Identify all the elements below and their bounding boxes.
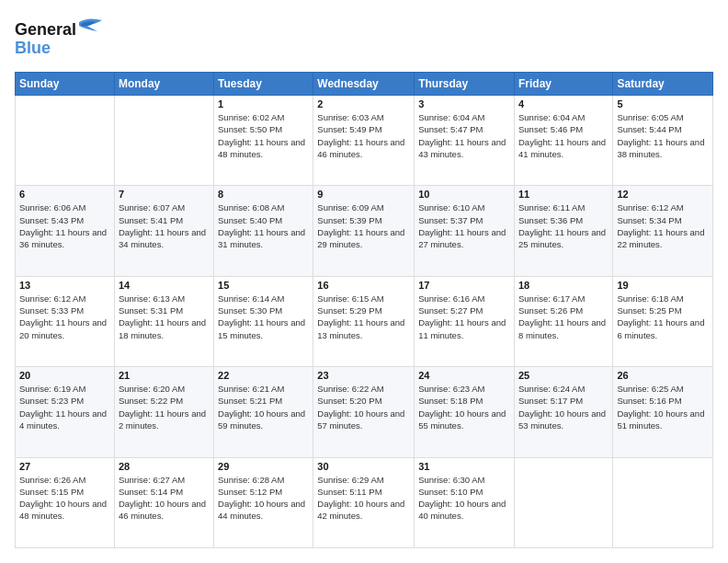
sunrise-text: Sunrise: 6:05 AM — [617, 112, 683, 122]
day-info: Sunrise: 6:27 AMSunset: 5:14 PMDaylight:… — [119, 474, 210, 523]
sunset-text: Sunset: 5:21 PM — [218, 396, 282, 406]
sunset-text: Sunset: 5:34 PM — [617, 215, 681, 225]
sunrise-text: Sunrise: 6:12 AM — [19, 293, 85, 304]
week-row-2: 6Sunrise: 6:06 AMSunset: 5:43 PMDaylight… — [16, 186, 713, 276]
sunrise-text: Sunrise: 6:23 AM — [418, 384, 484, 394]
day-info: Sunrise: 6:12 AMSunset: 5:33 PMDaylight:… — [19, 293, 110, 341]
sunset-text: Sunset: 5:41 PM — [119, 215, 183, 225]
daylight-text: Daylight: 10 hours and 53 minutes. — [518, 408, 606, 431]
daylight-text: Daylight: 11 hours and 27 minutes. — [418, 227, 506, 249]
week-row-4: 20Sunrise: 6:19 AMSunset: 5:23 PMDayligh… — [16, 367, 713, 457]
calendar-cell: 22Sunrise: 6:21 AMSunset: 5:21 PMDayligh… — [214, 367, 313, 457]
day-info: Sunrise: 6:06 AMSunset: 5:43 PMDaylight:… — [19, 201, 110, 250]
week-row-1: 1Sunrise: 6:02 AMSunset: 5:50 PMDaylight… — [16, 96, 713, 186]
calendar-cell: 6Sunrise: 6:06 AMSunset: 5:43 PMDaylight… — [16, 186, 115, 276]
calendar-cell: 31Sunrise: 6:30 AMSunset: 5:10 PMDayligh… — [415, 457, 515, 547]
sunset-text: Sunset: 5:12 PM — [218, 487, 282, 497]
calendar-cell: 28Sunrise: 6:27 AMSunset: 5:14 PMDayligh… — [114, 457, 213, 547]
sunset-text: Sunset: 5:15 PM — [19, 487, 84, 497]
day-info: Sunrise: 6:23 AMSunset: 5:18 PMDaylight:… — [418, 383, 510, 431]
daylight-text: Daylight: 11 hours and 11 minutes. — [418, 317, 506, 339]
calendar-cell: 5Sunrise: 6:05 AMSunset: 5:44 PMDaylight… — [613, 96, 713, 186]
weekday-header-saturday: Saturday — [613, 73, 713, 96]
day-info: Sunrise: 6:20 AMSunset: 5:22 PMDaylight:… — [119, 383, 210, 431]
day-number: 9 — [317, 189, 410, 200]
sunset-text: Sunset: 5:23 PM — [19, 396, 84, 406]
calendar-cell — [514, 457, 612, 547]
week-row-5: 27Sunrise: 6:26 AMSunset: 5:15 PMDayligh… — [16, 457, 713, 547]
calendar-cell — [114, 96, 213, 186]
calendar-cell: 14Sunrise: 6:13 AMSunset: 5:31 PMDayligh… — [114, 276, 213, 366]
day-number: 17 — [418, 280, 510, 291]
day-info: Sunrise: 6:14 AMSunset: 5:30 PMDaylight:… — [218, 293, 309, 341]
weekday-header-friday: Friday — [514, 73, 612, 96]
daylight-text: Daylight: 11 hours and 22 minutes. — [617, 227, 704, 249]
daylight-text: Daylight: 11 hours and 31 minutes. — [218, 227, 305, 249]
day-number: 27 — [19, 461, 110, 472]
weekday-header-wednesday: Wednesday — [313, 73, 415, 96]
calendar-cell: 20Sunrise: 6:19 AMSunset: 5:23 PMDayligh… — [16, 367, 115, 457]
day-info: Sunrise: 6:08 AMSunset: 5:40 PMDaylight:… — [218, 201, 309, 250]
daylight-text: Daylight: 11 hours and 13 minutes. — [317, 317, 404, 339]
sunset-text: Sunset: 5:50 PM — [218, 124, 282, 134]
daylight-text: Daylight: 11 hours and 46 minutes. — [317, 137, 404, 159]
day-number: 26 — [617, 370, 709, 381]
calendar-cell: 16Sunrise: 6:15 AMSunset: 5:29 PMDayligh… — [313, 276, 415, 366]
sunset-text: Sunset: 5:11 PM — [317, 487, 381, 497]
calendar-cell: 13Sunrise: 6:12 AMSunset: 5:33 PMDayligh… — [16, 276, 115, 366]
daylight-text: Daylight: 10 hours and 55 minutes. — [418, 408, 506, 431]
sunset-text: Sunset: 5:46 PM — [518, 124, 583, 134]
day-info: Sunrise: 6:29 AMSunset: 5:11 PMDaylight:… — [317, 474, 410, 523]
day-number: 5 — [617, 98, 709, 109]
daylight-text: Daylight: 10 hours and 40 minutes. — [418, 499, 506, 521]
sunrise-text: Sunrise: 6:02 AM — [218, 112, 284, 122]
sunset-text: Sunset: 5:16 PM — [617, 396, 681, 406]
calendar-cell: 10Sunrise: 6:10 AMSunset: 5:37 PMDayligh… — [415, 186, 515, 276]
daylight-text: Daylight: 11 hours and 43 minutes. — [418, 137, 506, 159]
calendar-cell: 21Sunrise: 6:20 AMSunset: 5:22 PMDayligh… — [114, 367, 213, 457]
sunrise-text: Sunrise: 6:06 AM — [19, 202, 85, 213]
day-number: 19 — [617, 280, 709, 291]
sunset-text: Sunset: 5:33 PM — [19, 305, 84, 316]
day-info: Sunrise: 6:09 AMSunset: 5:39 PMDaylight:… — [317, 201, 410, 250]
logo-block: General Blue — [15, 15, 116, 63]
calendar-table: SundayMondayTuesdayWednesdayThursdayFrid… — [15, 72, 713, 548]
daylight-text: Daylight: 10 hours and 59 minutes. — [218, 408, 305, 431]
calendar-cell: 24Sunrise: 6:23 AMSunset: 5:18 PMDayligh… — [415, 367, 515, 457]
sunrise-text: Sunrise: 6:22 AM — [317, 384, 383, 394]
day-number: 7 — [119, 189, 210, 200]
day-number: 12 — [617, 189, 709, 200]
weekday-header-thursday: Thursday — [415, 73, 515, 96]
daylight-text: Daylight: 11 hours and 2 minutes. — [119, 408, 206, 431]
sunset-text: Sunset: 5:26 PM — [518, 305, 583, 316]
day-info: Sunrise: 6:11 AMSunset: 5:36 PMDaylight:… — [518, 201, 609, 250]
daylight-text: Daylight: 11 hours and 34 minutes. — [119, 227, 206, 249]
sunrise-text: Sunrise: 6:19 AM — [19, 384, 85, 394]
day-info: Sunrise: 6:19 AMSunset: 5:23 PMDaylight:… — [19, 383, 110, 431]
daylight-text: Daylight: 11 hours and 36 minutes. — [19, 227, 107, 249]
sunset-text: Sunset: 5:18 PM — [418, 396, 483, 406]
sunset-text: Sunset: 5:30 PM — [218, 305, 282, 316]
day-info: Sunrise: 6:28 AMSunset: 5:12 PMDaylight:… — [218, 474, 309, 523]
day-number: 25 — [518, 370, 609, 381]
calendar-cell: 12Sunrise: 6:12 AMSunset: 5:34 PMDayligh… — [613, 186, 713, 276]
daylight-text: Daylight: 10 hours and 44 minutes. — [218, 499, 305, 521]
sunset-text: Sunset: 5:17 PM — [518, 396, 583, 406]
sunrise-text: Sunrise: 6:30 AM — [418, 475, 484, 485]
daylight-text: Daylight: 10 hours and 46 minutes. — [119, 499, 206, 521]
sunrise-text: Sunrise: 6:25 AM — [617, 384, 683, 394]
day-number: 24 — [418, 370, 510, 381]
day-info: Sunrise: 6:18 AMSunset: 5:25 PMDaylight:… — [617, 293, 709, 341]
day-info: Sunrise: 6:17 AMSunset: 5:26 PMDaylight:… — [518, 293, 609, 341]
logo: General Blue — [15, 15, 116, 63]
day-info: Sunrise: 6:15 AMSunset: 5:29 PMDaylight:… — [317, 293, 410, 341]
sunset-text: Sunset: 5:47 PM — [418, 124, 483, 134]
sunrise-text: Sunrise: 6:15 AM — [317, 293, 383, 304]
day-info: Sunrise: 6:21 AMSunset: 5:21 PMDaylight:… — [218, 383, 309, 431]
calendar-cell: 18Sunrise: 6:17 AMSunset: 5:26 PMDayligh… — [514, 276, 612, 366]
sunrise-text: Sunrise: 6:08 AM — [218, 202, 284, 213]
calendar-cell: 9Sunrise: 6:09 AMSunset: 5:39 PMDaylight… — [313, 186, 415, 276]
calendar-cell — [16, 96, 115, 186]
daylight-text: Daylight: 11 hours and 18 minutes. — [119, 317, 206, 339]
week-row-3: 13Sunrise: 6:12 AMSunset: 5:33 PMDayligh… — [16, 276, 713, 366]
